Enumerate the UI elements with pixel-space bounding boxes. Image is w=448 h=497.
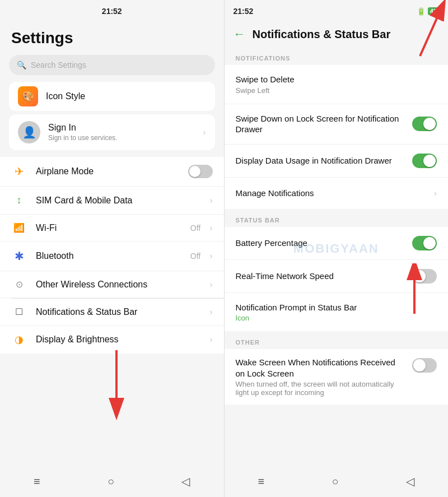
left-panel: 21:52 Settings 🔍 Search Settings 🎨 Icon …	[0, 0, 224, 497]
right-bottom-nav: ≡ ○ ◁	[225, 469, 449, 497]
other-card: Wake Screen When Notifications Received …	[225, 349, 449, 405]
sign-in-subtitle: Sign in to use services.	[48, 134, 195, 142]
wifi-value: Off	[190, 224, 200, 233]
right-content: NOTIFICATIONS Swipe to Delete Swipe Left…	[225, 48, 449, 469]
battery-percentage-toggle[interactable]	[412, 236, 437, 250]
swipe-down-title: Swipe Down on Lock Screen for Notificati…	[236, 113, 406, 135]
icon-style-icon: 🎨	[18, 86, 38, 106]
wake-screen-item[interactable]: Wake Screen When Notifications Received …	[225, 349, 449, 405]
settings-list: ✈ Airplane Mode ↕ SIM Card & Mobile Data…	[0, 157, 224, 354]
left-bottom-nav: ≡ ○ ◁	[0, 469, 224, 497]
display-label: Display & Brightness	[36, 335, 200, 345]
wake-screen-text: Wake Screen When Notifications Received …	[236, 357, 406, 397]
sign-in-card[interactable]: 👤 Sign In Sign in to use services. ›	[9, 114, 215, 150]
sign-in-text: Sign In Sign in to use services.	[48, 123, 195, 142]
swipe-to-delete-text: Swipe to Delete Swipe Left	[236, 74, 437, 95]
data-usage-toggle[interactable]	[412, 154, 437, 168]
menu-button[interactable]: ≡	[34, 475, 40, 488]
wifi-icon: 📶	[11, 222, 27, 233]
battery-percentage-text: Battery Percentage	[236, 238, 406, 249]
wake-screen-toggle[interactable]	[412, 358, 437, 373]
section-label-statusbar: STATUS BAR	[225, 210, 449, 227]
bluetooth-chevron: ›	[209, 251, 212, 261]
battery-percentage-title: Battery Percentage	[236, 238, 406, 249]
notifications-icon: ☐	[11, 306, 27, 317]
svg-line-3	[420, 8, 441, 56]
manage-notifications-item[interactable]: Manage Notifications ›	[225, 178, 449, 209]
red-arrow-battery	[392, 263, 437, 319]
wake-screen-title: Wake Screen When Notifications Received …	[236, 357, 406, 379]
left-status-bar: 21:52	[0, 0, 224, 22]
back-button[interactable]: ◁	[181, 475, 190, 488]
right-home-button[interactable]: ○	[332, 475, 339, 488]
home-button[interactable]: ○	[108, 475, 114, 488]
data-usage-text: Display Data Usage in Notification Drawe…	[236, 155, 406, 166]
sim-chevron: ›	[209, 196, 212, 206]
network-speed-text: Real-Time Network Speed	[236, 271, 406, 282]
swipe-to-delete-item[interactable]: Swipe to Delete Swipe Left	[225, 65, 449, 104]
wireless-label: Other Wireless Connections	[36, 280, 200, 290]
right-panel: 21:52 🔋 43 ← Notifications & Status Bar …	[225, 0, 449, 497]
settings-item-airplane[interactable]: ✈ Airplane Mode	[0, 157, 224, 187]
swipe-to-delete-subtitle: Swipe Left	[236, 86, 437, 95]
data-usage-item[interactable]: Display Data Usage in Notification Drawe…	[225, 145, 449, 178]
manage-notifications-title: Manage Notifications	[236, 188, 427, 199]
swipe-down-item[interactable]: Swipe Down on Lock Screen for Notificati…	[225, 104, 449, 145]
airplane-icon: ✈	[11, 165, 27, 178]
right-menu-button[interactable]: ≡	[258, 475, 265, 488]
icon-style-card[interactable]: 🎨 Icon Style	[9, 82, 215, 111]
manage-notifications-text: Manage Notifications	[236, 188, 427, 199]
left-content: Settings 🔍 Search Settings 🎨 Icon Style …	[0, 22, 224, 469]
notifications-label: Notifications & Status Bar	[36, 307, 200, 317]
wifi-chevron: ›	[209, 223, 212, 233]
bluetooth-icon: ✱	[11, 249, 27, 263]
airplane-label: Airplane Mode	[36, 166, 179, 176]
settings-item-wifi[interactable]: 📶 Wi-Fi Off ›	[0, 215, 224, 241]
wireless-chevron: ›	[209, 280, 212, 290]
right-time: 21:52	[234, 7, 254, 16]
sign-in-title: Sign In	[48, 123, 195, 133]
notifications-card: Swipe to Delete Swipe Left Swipe Down on…	[225, 65, 449, 209]
swipe-down-toggle[interactable]	[412, 117, 437, 131]
settings-item-notifications[interactable]: ☐ Notifications & Status Bar ›	[0, 299, 224, 326]
bluetooth-value: Off	[190, 252, 200, 261]
back-button-right[interactable]: ←	[234, 27, 246, 41]
right-page-title: Notifications & Status Bar	[253, 28, 391, 41]
manage-chevron: ›	[434, 188, 437, 198]
wake-screen-subtitle: When turned off, the screen will not aut…	[236, 380, 406, 397]
search-placeholder: Search Settings	[31, 61, 86, 69]
right-back-button[interactable]: ◁	[406, 475, 414, 488]
network-speed-title: Real-Time Network Speed	[236, 271, 406, 282]
sim-icon: ↕	[11, 194, 27, 206]
settings-item-wireless[interactable]: ⊙ Other Wireless Connections ›	[0, 271, 224, 298]
display-icon: ◑	[11, 333, 27, 346]
sim-label: SIM Card & Mobile Data	[36, 196, 200, 206]
notifications-chevron: ›	[209, 307, 212, 317]
bluetooth-label: Bluetooth	[36, 251, 181, 261]
swipe-down-text: Swipe Down on Lock Screen for Notificati…	[236, 113, 406, 135]
data-usage-title: Display Data Usage in Notification Drawe…	[236, 155, 406, 166]
search-bar[interactable]: 🔍 Search Settings	[9, 55, 215, 75]
swipe-to-delete-title: Swipe to Delete	[236, 74, 437, 85]
icon-style-label: Icon Style	[46, 91, 85, 101]
display-chevron: ›	[209, 335, 212, 345]
section-label-other: OTHER	[225, 332, 449, 349]
airplane-toggle[interactable]	[188, 165, 213, 178]
red-arrow-top-right	[381, 0, 448, 67]
avatar: 👤	[18, 121, 40, 143]
settings-title: Settings	[0, 22, 224, 53]
search-icon: 🔍	[17, 61, 26, 69]
sign-in-chevron: ›	[203, 127, 206, 137]
left-time: 21:52	[102, 7, 122, 16]
battery-percentage-item[interactable]: Battery Percentage	[225, 227, 449, 260]
wireless-icon: ⊙	[11, 279, 27, 290]
settings-item-display[interactable]: ◑ Display & Brightness ›	[0, 326, 224, 354]
wifi-label: Wi-Fi	[36, 223, 181, 233]
settings-item-bluetooth[interactable]: ✱ Bluetooth Off ›	[0, 241, 224, 271]
settings-item-sim[interactable]: ↕ SIM Card & Mobile Data ›	[0, 187, 224, 215]
